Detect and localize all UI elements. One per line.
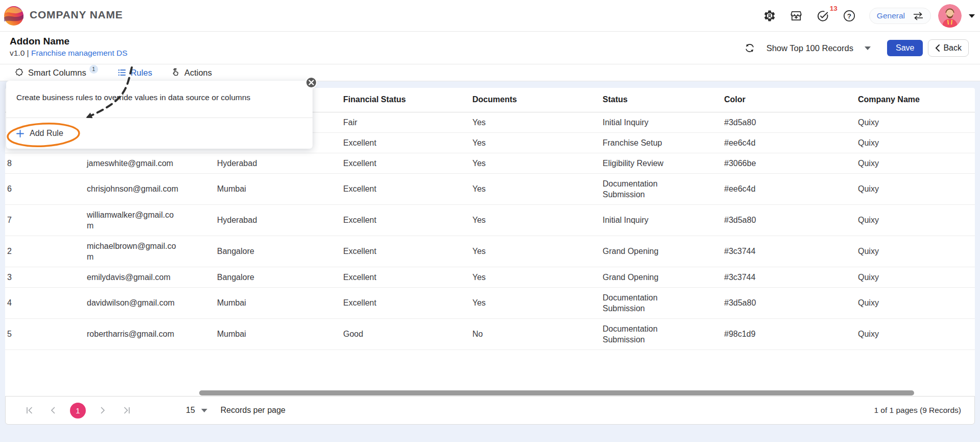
cell-documents: Yes: [466, 267, 596, 287]
cell-color: #98c1d9: [718, 318, 852, 350]
cell-city: Bangalore: [211, 236, 337, 267]
cell-status: Documentation Submission: [596, 173, 718, 204]
column-header-documents[interactable]: Documents: [466, 88, 596, 112]
cell-financial-status: Excellent: [337, 236, 466, 267]
chevron-left-icon: [935, 44, 940, 52]
cell-company-name: Quixy: [852, 204, 975, 236]
cell-id: 3: [5, 267, 81, 287]
list-icon: [117, 67, 127, 78]
page-size-dropdown[interactable]: 15: [186, 406, 207, 415]
cell-status: Grand Opening: [596, 267, 718, 287]
add-rule-button[interactable]: Add Rule: [16, 129, 63, 138]
cell-documents: Yes: [466, 153, 596, 173]
datasource-link[interactable]: Franchise management DS: [31, 49, 128, 57]
cell-status: Documentation Submission: [596, 318, 718, 350]
current-page-button[interactable]: 1: [70, 403, 86, 418]
table-row[interactable]: 4 davidwilson@gmail.com Mumbai Excellent…: [5, 287, 975, 318]
profile-caret-down-icon[interactable]: [969, 14, 975, 18]
refresh-icon[interactable]: [744, 42, 755, 54]
tab-actions[interactable]: Actions: [171, 67, 212, 78]
tab-label: Actions: [184, 68, 212, 78]
cell-color: #3c3744: [718, 236, 852, 267]
column-header-company-name[interactable]: Company Name: [852, 88, 975, 112]
user-avatar[interactable]: [938, 4, 962, 28]
cell-email: davidwilson@gmail.com: [81, 287, 211, 318]
cell-city: Hyderabad: [211, 204, 337, 236]
tab-bar: Smart Columns 1 Rules Actions: [0, 64, 980, 81]
caret-down-icon: [865, 46, 871, 50]
add-rule-label: Add Rule: [30, 129, 63, 138]
cell-documents: Yes: [466, 204, 596, 236]
page-size-value: 15: [186, 406, 195, 415]
cell-documents: Yes: [466, 173, 596, 204]
horizontal-scrollbar[interactable]: [199, 390, 914, 396]
cell-email: michaelbrown@gmail.com: [81, 236, 211, 267]
svg-text:?: ?: [847, 12, 851, 20]
cell-id: 6: [5, 173, 81, 204]
show-records-dropdown[interactable]: Show Top 100 Records: [767, 43, 871, 53]
version-line: v1.0 | Franchise management DS: [10, 49, 128, 58]
popover-description: Create business rules to override values…: [6, 81, 313, 102]
cell-financial-status: Excellent: [337, 287, 466, 318]
cell-email: jameswhite@gmail.com: [81, 153, 211, 173]
cell-status: Initial Inquiry: [596, 204, 718, 236]
cell-id: 7: [5, 204, 81, 236]
popover-close-button[interactable]: [305, 77, 317, 88]
table-row[interactable]: 7 williamwalker@gmail.com Hyderabad Exce…: [5, 204, 975, 236]
cell-id: 8: [5, 153, 81, 173]
first-page-button[interactable]: [23, 404, 35, 416]
column-header-financial-status[interactable]: Financial Status: [337, 88, 466, 112]
save-button[interactable]: Save: [887, 40, 923, 56]
cell-email: williamwalker@gmail.com: [81, 204, 211, 236]
popover-footer: Add Rule: [6, 118, 313, 149]
next-page-button[interactable]: [97, 404, 109, 416]
tab-smart-columns[interactable]: Smart Columns 1: [14, 67, 99, 78]
cell-status: Initial Inquiry: [596, 112, 718, 132]
page-summary: 1 of 1 pages (9 Records): [874, 406, 961, 415]
cell-documents: Yes: [466, 287, 596, 318]
show-records-label: Show Top 100 Records: [767, 43, 853, 53]
cell-city: Mumbai: [211, 318, 337, 350]
table-row[interactable]: 6 chrisjohnson@gmail.com Mumbai Excellen…: [5, 173, 975, 204]
cell-color: #3c3744: [718, 267, 852, 287]
settings-gear-icon[interactable]: [763, 9, 776, 22]
table-row[interactable]: 5 robertharris@gmail.com Mumbai Good No …: [5, 318, 975, 350]
last-page-button[interactable]: [121, 404, 133, 416]
page-title: Addon Name: [10, 36, 69, 47]
tab-label: Rules: [131, 68, 152, 78]
cell-financial-status: Excellent: [337, 204, 466, 236]
version-label: v1.0 |: [10, 49, 29, 57]
column-header-color[interactable]: Color: [718, 88, 852, 112]
marketplace-store-icon[interactable]: [790, 9, 803, 22]
cell-city: Mumbai: [211, 173, 337, 204]
addon-header: Addon Name v1.0 | Franchise management D…: [0, 32, 980, 64]
close-icon: [308, 80, 314, 85]
hand-click-icon: [171, 67, 181, 78]
records-per-page-label: Records per page: [221, 406, 285, 415]
workspace-switcher[interactable]: General: [869, 8, 931, 24]
back-label: Back: [943, 43, 962, 53]
cell-email: chrisjohnson@gmail.com: [81, 173, 211, 204]
cell-financial-status: Excellent: [337, 267, 466, 287]
cell-status: Documentation Submission: [596, 287, 718, 318]
cell-company-name: Quixy: [852, 173, 975, 204]
company-name: COMPANY NAME: [30, 9, 123, 21]
tasks-check-icon[interactable]: 13: [816, 9, 829, 22]
table-row[interactable]: 8 jameswhite@gmail.com Hyderabad Excelle…: [5, 153, 975, 173]
cell-financial-status: Excellent: [337, 153, 466, 173]
cell-company-name: Quixy: [852, 112, 975, 132]
cell-status: Franchise Setup: [596, 132, 718, 153]
help-icon[interactable]: ?: [843, 9, 856, 22]
table-row[interactable]: 3 emilydavis@gmail.com Bangalore Excelle…: [5, 267, 975, 287]
cell-financial-status: Excellent: [337, 173, 466, 204]
caret-down-icon: [201, 409, 207, 412]
column-header-status[interactable]: Status: [596, 88, 718, 112]
table-row[interactable]: 2 michaelbrown@gmail.com Bangalore Excel…: [5, 236, 975, 267]
cell-status: Grand Opening: [596, 236, 718, 267]
tab-rules[interactable]: Rules: [117, 67, 152, 78]
rules-popover: Create business rules to override values…: [6, 81, 313, 149]
back-button[interactable]: Back: [928, 39, 969, 57]
workspace-label: General: [877, 11, 905, 20]
previous-page-button[interactable]: [46, 404, 59, 416]
puzzle-icon: [14, 67, 25, 78]
